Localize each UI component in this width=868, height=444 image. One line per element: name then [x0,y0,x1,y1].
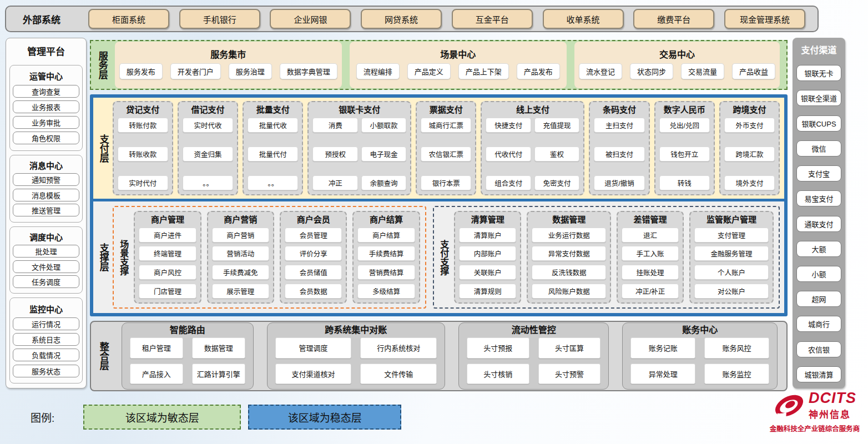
payment-column: 借记支付 实时代收 资金归集 。。 [178,101,238,195]
module-box: 服务治理 [229,63,272,79]
logo-brand-text: DCITS [809,391,856,406]
module-box: 运行情况 [13,317,79,330]
module-box: 终端管理 [139,246,196,261]
integration-panel: 智能路由 租户管理 数据管理 产品接入 汇路计算引擎 [122,322,254,390]
channel-box: 城银清算 [796,366,841,382]
support-column: 商户会员 会员管理 评价分享 会员储值 会员数据 [280,211,347,304]
module-box: 商户风控 [139,265,196,280]
module-box: 营销费结算 [357,265,415,280]
legend-agile-swatch: 该区域为敏态层 [83,405,241,430]
support-column: 商户结算 商户结算 手续费结算 营销费结算 多级结算 [352,211,420,304]
module-box: 商户结算 [357,228,415,243]
module-box: 文件处理 [13,260,79,273]
module-box: 批处理 [13,245,79,258]
column-title: 数字人民币 [659,105,710,115]
module-box: 消费 [312,118,357,133]
module-box: 异常处理 [630,364,695,385]
management-group: 消息中心 通知预警 消息模板 推送管理 [9,155,83,223]
module-box: 钱包开立 [659,147,710,162]
module-box: 余额查询 [361,175,406,190]
module-box: 关联账户 [459,265,516,280]
service-panel-title: 交易中心 [659,51,695,59]
module-box: 账务记账 [630,337,695,359]
external-system-box: 互金平台 [452,9,533,29]
management-group: 监控中心 运行情况 系统日志 负载情况 服务状态 [9,297,83,384]
module-box: 小额取款 [361,118,406,133]
module-box: 转账收款 [118,147,168,162]
management-group: 调度中心 批处理 文件处理 任务调度 [9,226,83,294]
module-box: 营销活动 [212,246,269,261]
support-column: 清算管理 清算账户 内部账户 关联账户 清算规则 [454,211,521,304]
payment-column: 批量支付 批量代收 批量代付 。。 [243,101,303,195]
column-title: 线上支付 [486,105,579,115]
module-box: 管理调度 [275,337,352,359]
legend-stable-swatch: 该区域为稳态层 [248,405,401,430]
payment-channels-title: 支付渠道 [796,43,841,56]
channel-box: 易宝支付 [796,190,841,206]
module-box: 个人账户 [694,265,769,280]
channel-box: 农信银 [796,341,841,357]
module-box: 业务审批 [13,116,79,129]
stable-layer-container: 支付层 贷记支付 转账付款 转账收款 实时代付 借记支付 实时代收 资金归集 。… [90,94,788,316]
external-systems-bar: 外部系统 柜面系统 手机银行 企业网银 网贷系统 互金平台 收单系统 缴费平台 … [5,6,819,32]
integration-panel: 流动性管控 头寸预报 头寸匡算 头寸核销 头寸预警 [458,322,609,390]
service-panel-title: 服务集市 [210,51,246,59]
module-box: 展示管理 [212,284,269,299]
channel-box: 银联CUPS [796,115,841,132]
module-box: 多级结算 [357,284,415,299]
integration-panel-title: 账务中心 [682,326,718,335]
channel-box: 支付宝 [796,165,841,181]
module-box: 。。 [183,175,233,190]
module-box: 被扫支付 [594,147,644,162]
channel-box: 大额 [796,241,841,257]
module-box: 手续费结算 [357,246,415,261]
support-layer-label: 支撑层 [98,243,108,271]
module-box: 组合支付 [486,175,531,190]
payment-support-group: 支付支撑 清算管理 清算账户 内部账户 关联账户 清算规则 数据管理 业务运行数… [433,206,780,309]
module-box: 角色权限 [13,132,79,144]
service-panel: 服务集市 服务发布 开发者门户 服务治理 数据字典管理 [115,42,342,88]
column-title: 批量支付 [248,105,298,115]
module-box: 实时代收 [183,118,233,133]
payment-column: 贷记支付 转账付款 转账收款 实时代付 [113,101,173,195]
payment-channels-panel: 支付渠道 银联无卡 银联全渠道 银联CUPS 微信 支付宝 易宝支付 通联支付 … [793,38,845,389]
module-box: 租户管理 [130,337,183,359]
module-box: 账务监控 [704,364,769,385]
dcits-logo: DCITS 神州信息 金融科技全产业链综合服务商 [765,391,865,433]
column-title: 数据管理 [532,215,606,225]
module-box: 境外支付 [724,175,775,190]
module-box: 状态同步 [630,63,673,79]
module-box: 评价分享 [285,246,342,261]
module-box: 汇路计算引擎 [192,364,245,385]
column-title: 票据支付 [421,105,471,115]
module-box: 。。 [248,175,298,190]
column-title: 商户会员 [285,215,342,225]
legend-label: 图例: [31,410,54,425]
payment-layer-band: 支付层 贷记支付 转账付款 转账收款 实时代付 借记支付 实时代收 资金归集 。… [93,98,784,199]
module-box: 城商行汇票 [421,118,471,133]
management-group: 运管中心 查询查复 业务报表 业务审批 角色权限 [9,65,83,151]
payment-support-label: 支付支撑 [439,240,449,275]
column-title: 贷记支付 [118,105,168,115]
external-systems-label: 外部系统 [23,12,88,26]
column-title: 商户管理 [139,215,196,225]
integration-panel-title: 流动性管控 [512,326,556,335]
payment-column: 跨境支付 外币支付 跨境汇款 境外支付 [719,101,780,195]
module-box: 转账付款 [118,118,168,133]
payment-layer-label: 支付层 [98,134,108,163]
module-box: 手工入账 [622,246,679,261]
support-column: 数据管理 业务运行数据 异常支付数据 反洗钱数据 风险账户数据 [527,211,611,304]
module-box: 实时代付 [118,175,168,190]
module-box: 外币支付 [724,118,775,133]
module-box: 头寸预报 [467,337,529,359]
module-box: 代收代付 [486,147,531,162]
module-box: 冲正/补正 [622,284,679,299]
module-box: 通知预警 [13,173,79,186]
external-systems-list: 柜面系统 手机银行 企业网银 网贷系统 互金平台 收单系统 缴费平台 现金管理系… [88,9,805,29]
service-panel: 场景中心 流程编排 产品定义 产品上下架 产品发布 [350,42,567,88]
module-box: 资金归集 [183,147,233,162]
module-box: 商户进件 [139,228,196,243]
column-title: 差错管理 [622,215,679,225]
external-system-box: 网贷系统 [361,9,442,29]
module-box: 头寸预警 [538,364,601,385]
